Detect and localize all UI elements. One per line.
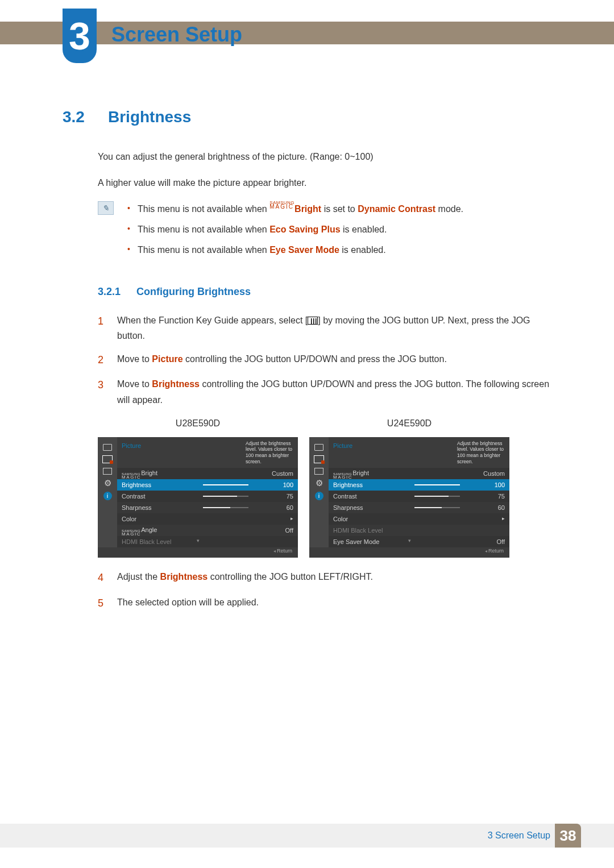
osd-model-caption: U28E590D xyxy=(98,416,298,431)
step-text: controlling the JOG button UP/DOWN and p… xyxy=(183,354,447,364)
osd-item-label: Contrast xyxy=(122,491,184,502)
intro-paragraph-1: You can adjust the general brightness of… xyxy=(98,149,551,165)
scroll-down-indicator-icon: ▾ xyxy=(197,537,200,546)
osd-item-value: Off xyxy=(479,537,505,547)
osd-screenshot-row: U28E590D ⚙ i xyxy=(98,416,551,558)
picture-tab-icon xyxy=(103,444,112,451)
osd-item-label: Contrast xyxy=(333,491,396,502)
note-em: Dynamic Contrast xyxy=(358,204,435,214)
step-em: Brightness xyxy=(152,379,200,389)
osd-slider xyxy=(203,496,248,497)
info-icon: i xyxy=(103,492,112,500)
note-item: This menu is not available when SAMSUNGM… xyxy=(127,201,463,217)
display-tab-icon xyxy=(314,455,324,463)
osd-help-text: Adjust the brightness level. Values clos… xyxy=(242,437,298,468)
picture-tab-icon xyxy=(314,444,323,451)
step-text: When the Function Key Guide appears, sel… xyxy=(117,315,305,325)
osd-item-value: 75 xyxy=(479,491,505,502)
osd-item: Contrast75 xyxy=(117,491,298,502)
step-text: Move to xyxy=(117,354,152,364)
osd-left: ⚙ i Picture Adjust the brightness level.… xyxy=(98,437,298,558)
osd-item: Brightness100 xyxy=(117,479,298,491)
note-text: is enabled. xyxy=(339,245,386,255)
osd-help-text: Adjust the brightness level. Values clos… xyxy=(454,437,509,468)
intro-paragraph-2: A higher value will make the picture app… xyxy=(98,175,551,191)
note-text: mode. xyxy=(435,204,463,214)
osd-item-label: Sharpness xyxy=(333,502,396,513)
note-em: Bright xyxy=(294,204,321,214)
osd-right-column: U24E590D ⚙ i xyxy=(309,416,509,558)
osd-sidebar: ⚙ i xyxy=(98,437,117,548)
note-text: This menu is not available when xyxy=(138,204,269,214)
return-label: Return xyxy=(485,547,504,556)
step: 1 When the Function Key Guide appears, s… xyxy=(98,313,551,343)
osd-sidebar: ⚙ i xyxy=(309,437,329,548)
note-block: ✎ This menu is not available when SAMSUN… xyxy=(98,201,551,263)
page-number: 38 xyxy=(555,824,581,848)
osd-item: HDMI Black Level xyxy=(117,536,298,547)
gear-icon: ⚙ xyxy=(314,479,324,487)
osd-item: SAMSUNGMAGICBrightCustom xyxy=(117,468,298,479)
page-content: 3.2 Brightness You can adjust the genera… xyxy=(63,108,551,620)
osd-menu-title: Picture xyxy=(117,437,242,468)
section-number: 3.2 xyxy=(63,108,92,126)
note-item: This menu is not available when Eco Savi… xyxy=(127,222,463,238)
step: 3 Move to Brightness controlling the JOG… xyxy=(98,376,551,407)
osd-item-label: Sharpness xyxy=(122,502,184,513)
osd-item-label: Brightness xyxy=(122,480,184,491)
samsung-magic-bot: MAGIC xyxy=(269,205,294,209)
chapter-number-badge: 3 xyxy=(63,9,97,63)
osd-right: ⚙ i Picture Adjust the brightness level.… xyxy=(309,437,509,558)
osd-item-value: 60 xyxy=(479,502,505,513)
info-icon: i xyxy=(315,492,323,500)
subsection-number: 3.2.1 xyxy=(98,283,125,301)
chevron-right-icon: ▸ xyxy=(267,514,293,524)
osd-item-label: Brightness xyxy=(333,480,396,491)
osd-item-value: 100 xyxy=(267,480,293,491)
note-item: This menu is not available when Eye Save… xyxy=(127,242,463,258)
osd-model-caption: U24E590D xyxy=(309,416,509,431)
step-number: 5 xyxy=(98,595,107,612)
osd-item: HDMI Black Level xyxy=(329,525,509,536)
step-number: 1 xyxy=(98,313,107,343)
step: 2 Move to Picture controlling the JOG bu… xyxy=(98,351,551,369)
subsection-heading: 3.2.1 Configuring Brightness xyxy=(98,283,551,301)
section-title: Brightness xyxy=(108,108,191,126)
step-em: Picture xyxy=(152,354,182,364)
footer-chapter-label: 3 Screen Setup xyxy=(488,824,550,848)
step: 5 The selected option will be applied. xyxy=(98,595,551,612)
note-icon: ✎ xyxy=(98,201,114,215)
note-text: is set to xyxy=(321,204,358,214)
display-tab-icon xyxy=(102,455,113,463)
step-number: 2 xyxy=(98,351,107,369)
osd-item-label: SAMSUNGMAGICAngle xyxy=(122,525,184,537)
scroll-down-indicator-icon: ▾ xyxy=(408,537,411,546)
osd-item-label: SAMSUNGMAGICBright xyxy=(122,468,184,480)
osd-left-column: U28E590D ⚙ i xyxy=(98,416,298,558)
osd-item: Color▸ xyxy=(117,513,298,525)
step-list: 1 When the Function Key Guide appears, s… xyxy=(98,313,551,612)
note-em: Eye Saver Mode xyxy=(269,245,339,255)
chapter-title: Screen Setup xyxy=(111,23,242,47)
osd-item: SAMSUNGMAGICAngleOff xyxy=(117,525,298,536)
note-text: This menu is not available when xyxy=(138,225,269,234)
osd-slider xyxy=(203,507,248,508)
osd-item-value: Off xyxy=(267,525,293,536)
osd-item: SAMSUNGMAGICBrightCustom xyxy=(329,468,509,479)
step: 4 Adjust the Brightness controlling the … xyxy=(98,569,551,587)
note-text: is enabled. xyxy=(341,225,387,234)
osd-slider xyxy=(414,496,460,497)
osd-item-label: Color xyxy=(333,514,396,525)
osd-item-value: Custom xyxy=(267,468,293,479)
return-label: Return xyxy=(273,547,292,556)
osd-item: Brightness100 xyxy=(329,479,509,491)
osd-item-label: Color xyxy=(122,514,184,525)
step-text: Adjust the xyxy=(117,572,160,582)
chevron-right-icon: ▸ xyxy=(479,514,505,524)
step-number: 3 xyxy=(98,376,107,407)
osd-item-list: SAMSUNGMAGICBrightCustomBrightness100Con… xyxy=(117,468,298,547)
osd-item-list: SAMSUNGMAGICBrightCustomBrightness100Con… xyxy=(329,468,509,547)
osd-menu-title: Picture xyxy=(329,437,454,468)
step-text: controlling the JOG button LEFT/RIGHT. xyxy=(208,572,373,582)
pip-tab-icon xyxy=(103,468,112,475)
